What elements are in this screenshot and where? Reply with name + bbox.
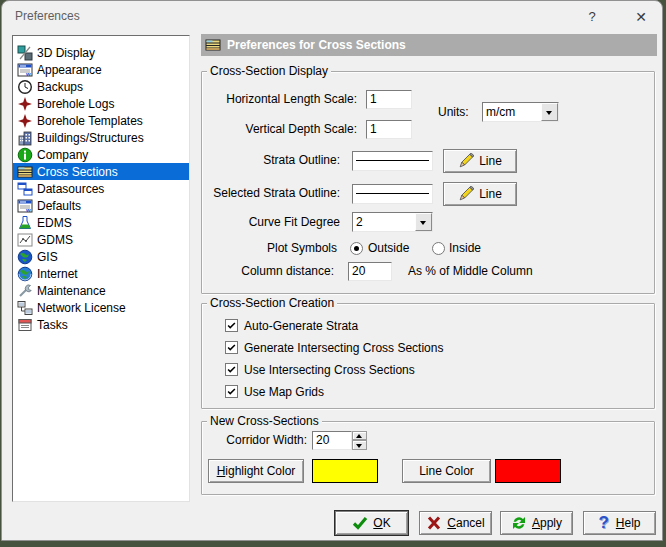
sidebar-item-gis[interactable]: GIS [13, 248, 189, 265]
checkbox-label: Use Intersecting Cross Sections [244, 363, 415, 377]
strata-line-button[interactable]: Line [443, 149, 517, 173]
display-3d-icon [17, 45, 33, 61]
pencil-icon [458, 153, 474, 169]
cancel-button[interactable]: Cancel [419, 511, 492, 535]
creation-checkbox-row[interactable]: Use Intersecting Cross Sections [225, 363, 443, 376]
backups-icon [17, 79, 33, 95]
sidebar-item-cross-sections[interactable]: Cross Sections [13, 163, 189, 180]
sidebar-item-network-license[interactable]: Network License [13, 299, 189, 316]
svg-text:w: w [25, 70, 31, 76]
svg-text:w: w [25, 206, 31, 212]
vertical-scale-label: Vertical Depth Scale: [212, 122, 357, 137]
buildings-icon [17, 130, 33, 146]
line-button-label: Line [479, 154, 502, 168]
sidebar-item-backups[interactable]: Backups [13, 78, 189, 95]
creation-checkbox-row[interactable]: Use Map Grids [225, 385, 443, 398]
maintenance-icon [17, 283, 33, 299]
sidebar-item-tasks[interactable]: Tasks [13, 316, 189, 333]
sidebar-item-borehole-templates[interactable]: Borehole Templates [13, 112, 189, 129]
curve-fit-label: Curve Fit Degree [192, 215, 340, 230]
sidebar-item-label: Company [37, 148, 88, 162]
highlight-color-button[interactable]: Highlight Color [208, 459, 304, 483]
column-distance-label: Column distance: [184, 264, 334, 279]
column-distance-input[interactable]: 20 [348, 262, 392, 281]
cross-sections-icon [17, 164, 33, 180]
cross-sections-icon [205, 37, 221, 53]
checkbox[interactable] [225, 385, 238, 398]
checkbox[interactable] [225, 319, 238, 332]
sidebar-item-label: Backups [37, 80, 83, 94]
horizontal-scale-input[interactable]: 1 [366, 90, 412, 109]
sidebar-item-label: EDMS [37, 216, 72, 230]
sidebar-item-company[interactable]: Company [13, 146, 189, 163]
curve-fit-value: 2 [356, 214, 363, 230]
spin-down-icon[interactable] [352, 440, 367, 450]
apply-button[interactable]: Apply [500, 511, 573, 535]
creation-checkbox-row[interactable]: Generate Intersecting Cross Sections [225, 341, 443, 354]
selected-strata-outline-label: Selected Strata Outline: [157, 186, 340, 201]
units-combobox[interactable]: m/cm [482, 102, 559, 122]
help-button[interactable]: ? Help [583, 511, 656, 535]
strata-outline-label: Strata Outline: [182, 153, 340, 168]
gdms-icon [17, 232, 33, 248]
sidebar-item-label: Network License [37, 301, 126, 315]
units-label: Units: [438, 105, 469, 120]
defaults-icon: w [17, 198, 33, 214]
radio-outside[interactable] [350, 242, 363, 255]
panel-header: Preferences for Cross Sections [201, 34, 657, 56]
vertical-scale-input[interactable]: 1 [366, 120, 412, 139]
category-list: 3D DisplaywAppearanceBackupsBorehole Log… [12, 35, 190, 502]
combo-dropdown-icon[interactable] [415, 213, 432, 231]
selected-strata-line-button[interactable]: Line [443, 182, 517, 206]
sidebar-item-label: Borehole Logs [37, 97, 114, 111]
creation-checkbox-list: Auto-Generate StrataGenerate Intersectin… [225, 319, 443, 407]
preferences-dialog: Preferences ? ✕ 3D DisplaywAppearanceBac… [1, 0, 663, 541]
borehole-templates-icon [17, 113, 33, 129]
question-icon: ? [598, 513, 608, 533]
refresh-icon [511, 515, 527, 531]
sidebar-item-label: Cross Sections [37, 165, 118, 179]
sidebar-item-maintenance[interactable]: Maintenance [13, 282, 189, 299]
title-bar: Preferences ? ✕ [2, 1, 662, 33]
sidebar-item-borehole-logs[interactable]: Borehole Logs [13, 95, 189, 112]
creation-checkbox-row[interactable]: Auto-Generate Strata [225, 319, 443, 332]
sidebar-item-appearance[interactable]: wAppearance [13, 61, 189, 78]
sidebar-item-label: Maintenance [37, 284, 106, 298]
company-icon [17, 147, 33, 163]
tasks-icon [17, 317, 33, 333]
checkbox[interactable] [225, 341, 238, 354]
sidebar-item-label: Tasks [37, 318, 68, 332]
cancel-label: Cancel [447, 516, 484, 530]
close-button[interactable]: ✕ [631, 7, 651, 27]
combo-dropdown-icon[interactable] [541, 103, 558, 121]
sidebar-item-internet[interactable]: Internet [13, 265, 189, 282]
ok-button[interactable]: OK [335, 511, 408, 535]
sidebar-item-label: GIS [37, 250, 58, 264]
sidebar-item-label: Buildings/Structures [37, 131, 144, 145]
titlebar-help-button[interactable]: ? [582, 7, 602, 27]
radio-outside-label: Outside [368, 241, 409, 256]
help-label: Help [616, 516, 641, 530]
group-title: Cross-Section Creation [207, 296, 337, 311]
apply-label: Apply [532, 516, 562, 530]
check-icon [352, 515, 368, 531]
curve-fit-combobox[interactable]: 2 [352, 212, 433, 232]
corridor-width-input[interactable]: 20 [312, 431, 352, 450]
sidebar-item-display-3d[interactable]: 3D Display [13, 44, 189, 61]
sidebar-item-buildings[interactable]: Buildings/Structures [13, 129, 189, 146]
sidebar-item-gdms[interactable]: GDMS [13, 231, 189, 248]
line-color-button[interactable]: Line Color [402, 459, 491, 483]
spin-up-icon[interactable] [352, 431, 367, 440]
window-title: Preferences [15, 9, 80, 23]
group-title: New Cross-Sections [207, 414, 322, 429]
checkbox[interactable] [225, 363, 238, 376]
checkbox-label: Auto-Generate Strata [244, 319, 358, 333]
sidebar-item-label: Appearance [37, 63, 102, 77]
checkbox-label: Generate Intersecting Cross Sections [244, 341, 443, 355]
line-color-label: Line Color [419, 464, 474, 478]
horizontal-scale-label: Horizontal Length Scale: [212, 92, 357, 107]
borehole-logs-icon [17, 96, 33, 112]
sidebar-item-edms[interactable]: EDMS [13, 214, 189, 231]
line-button-label: Line [479, 187, 502, 201]
radio-inside[interactable] [432, 242, 445, 255]
